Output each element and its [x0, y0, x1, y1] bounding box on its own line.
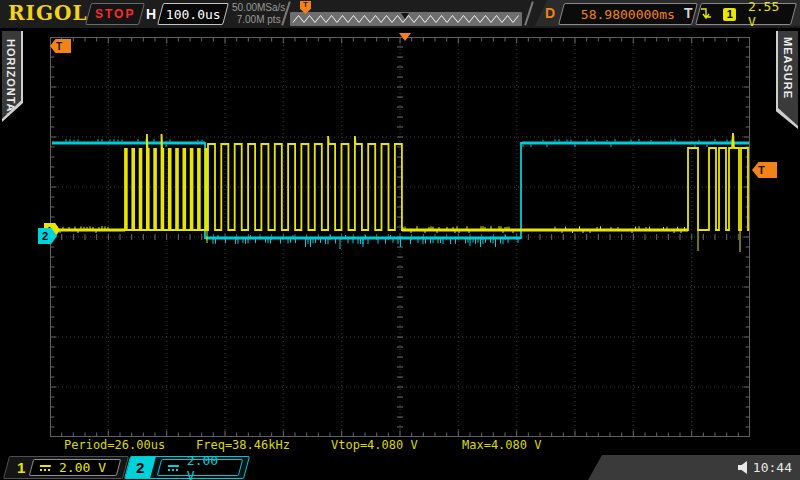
- dc-coupling-icon: [168, 465, 179, 471]
- memory-depth: 7.00M pts: [232, 14, 285, 26]
- ch2-ground-label: 2: [42, 230, 48, 242]
- trigger-level-value: 2.55 V: [748, 0, 793, 29]
- tab-horizontal-label: HORIZONTAL: [5, 39, 17, 120]
- corner-trigger-letter: T: [56, 41, 62, 52]
- delay-label: D: [545, 5, 555, 21]
- divider: [524, 1, 534, 25]
- timebase-value: 100.0us: [166, 7, 221, 22]
- trigger-box[interactable]: 1 2.55 V: [695, 3, 797, 25]
- channel2-scale: 2.00 V: [187, 453, 232, 480]
- speaker-icon: [738, 461, 750, 474]
- channel2-status[interactable]: 2 2.00 V: [124, 456, 250, 479]
- horizontal-label: H: [146, 6, 156, 22]
- dc-coupling-icon: [40, 465, 51, 471]
- trigger-position-marker[interactable]: [399, 33, 411, 41]
- top-status-bar: RIGOL STOP H 100.0us 50.00MSa/s 7.00M pt…: [0, 0, 800, 28]
- measurement-period: Period=26.00us: [64, 438, 165, 452]
- run-state-indicator[interactable]: STOP: [85, 3, 145, 25]
- acquisition-info: 50.00MSa/s 7.00M pts: [232, 2, 285, 26]
- measurement-vtop: Vtop=4.080 V: [331, 438, 418, 452]
- trigger-label: T: [684, 5, 693, 21]
- measurement-freq: Freq=38.46kHz: [196, 438, 290, 452]
- delay-value: 58.9800000ms: [581, 7, 675, 22]
- trigger-position-letter: T: [303, 1, 308, 14]
- channel1-number: 1: [17, 459, 25, 476]
- rigol-logo: RIGOL: [8, 1, 88, 25]
- tab-measure-label: MEASURE: [782, 37, 794, 99]
- trigger-level-letter: T: [758, 164, 765, 176]
- clock: 10:44: [753, 460, 792, 475]
- run-state-label: STOP: [95, 7, 135, 21]
- channel1-status[interactable]: 1 2.00 V: [3, 456, 129, 479]
- bottom-status-bar: 1 2.00 V 2 2.00 V 10:44: [0, 455, 800, 480]
- sample-rate: 50.00MSa/s: [232, 2, 285, 14]
- screen-position-icon: [401, 13, 409, 19]
- channel2-badge: 2: [125, 457, 156, 478]
- oscilloscope-screen: RIGOL STOP H 100.0us 50.00MSa/s 7.00M pt…: [0, 0, 800, 480]
- falling-edge-icon: [699, 7, 711, 22]
- delay-box[interactable]: 58.9800000ms: [558, 3, 698, 25]
- channel2-number: 2: [136, 459, 144, 476]
- timebase-box[interactable]: 100.0us: [157, 3, 229, 25]
- channel1-scale: 2.00 V: [59, 460, 106, 475]
- trigger-source-badge: 1: [723, 8, 735, 21]
- measurement-max: Max=4.080 V: [462, 438, 541, 452]
- waveform-display: [0, 0, 800, 480]
